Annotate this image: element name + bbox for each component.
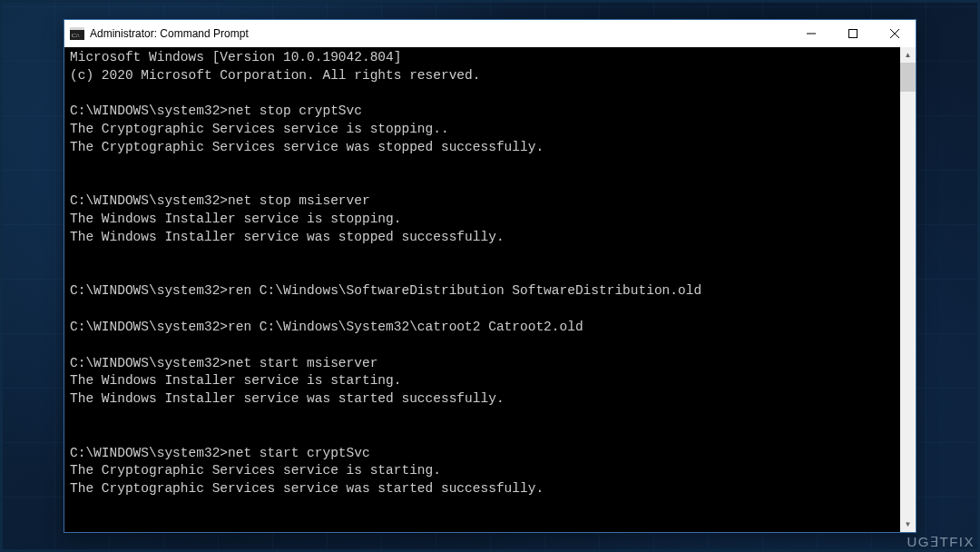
close-button[interactable] bbox=[874, 20, 916, 47]
scroll-down-arrow[interactable]: ▼ bbox=[900, 517, 916, 532]
svg-rect-3 bbox=[849, 30, 858, 38]
cmd-icon: C:\ bbox=[70, 26, 84, 41]
window-title: Administrator: Command Prompt bbox=[90, 27, 790, 40]
svg-rect-1 bbox=[70, 27, 84, 30]
watermark-text: UGⴺTFIX bbox=[907, 534, 975, 550]
window-controls bbox=[790, 20, 916, 47]
command-prompt-window: C:\ Administrator: Command Prompt Micros… bbox=[64, 19, 916, 533]
minimize-button[interactable] bbox=[790, 20, 832, 47]
scroll-up-arrow[interactable]: ▲ bbox=[900, 47, 916, 63]
titlebar[interactable]: C:\ Administrator: Command Prompt bbox=[64, 20, 916, 47]
svg-text:C:\: C:\ bbox=[72, 32, 80, 39]
console-area[interactable]: Microsoft Windows [Version 10.0.19042.80… bbox=[64, 47, 916, 532]
maximize-button[interactable] bbox=[832, 20, 874, 47]
console-output: Microsoft Windows [Version 10.0.19042.80… bbox=[64, 47, 900, 532]
scroll-track[interactable] bbox=[900, 63, 916, 517]
scroll-thumb[interactable] bbox=[900, 63, 916, 92]
vertical-scrollbar[interactable]: ▲ ▼ bbox=[900, 47, 916, 532]
